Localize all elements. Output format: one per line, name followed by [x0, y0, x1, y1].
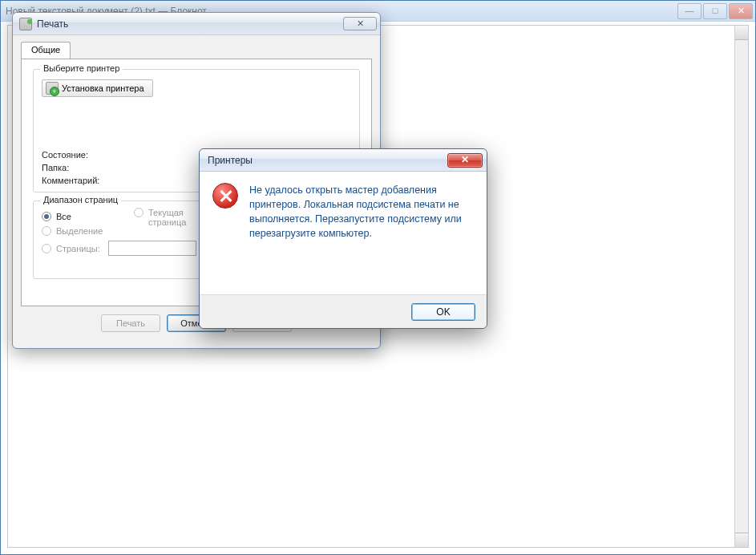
radio-current	[134, 208, 144, 217]
status-label: Состояние:	[42, 150, 99, 160]
print-dialog-title: Печать	[37, 18, 68, 30]
add-printer-icon	[46, 82, 59, 95]
tabstrip: Общие	[21, 42, 372, 59]
select-printer-group-label: Выберите принтер	[40, 63, 123, 73]
error-dialog-footer: OK	[200, 294, 487, 328]
install-printer-item[interactable]: Установка принтера	[42, 79, 153, 97]
range-pages-label: Страницы:	[56, 244, 100, 253]
range-all-label: Все	[56, 212, 71, 221]
install-printer-label: Установка принтера	[62, 83, 144, 93]
error-ok-button[interactable]: OK	[411, 303, 475, 321]
error-dialog: Принтеры ✕ Не удалось открыть мастер доб…	[199, 148, 487, 329]
error-dialog-titlebar: Принтеры ✕	[200, 149, 487, 172]
radio-selection	[42, 226, 51, 236]
error-message: Не удалось открыть мастер добавления при…	[249, 183, 474, 290]
close-button[interactable]: ✕	[729, 3, 753, 19]
range-current-row: Текущая страница	[134, 208, 196, 227]
range-selection-label: Выделение	[56, 226, 103, 236]
radio-pages	[42, 244, 51, 253]
minimize-button[interactable]: —	[677, 3, 701, 19]
comment-label: Комментарий:	[42, 176, 99, 185]
window-controls: — □ ✕	[677, 2, 754, 21]
error-dialog-title: Принтеры	[208, 155, 253, 166]
error-icon	[212, 183, 238, 209]
radio-all[interactable]	[42, 212, 51, 221]
error-dialog-body: Не удалось открыть мастер добавления при…	[200, 172, 487, 294]
print-dialog-close-button[interactable]: ✕	[343, 17, 377, 30]
folder-label: Папка:	[42, 163, 99, 172]
tab-general[interactable]: Общие	[21, 42, 71, 59]
range-current-label: Текущая страница	[148, 208, 196, 227]
pages-input[interactable]	[108, 241, 196, 256]
print-button: Печать	[101, 314, 160, 332]
printer-icon	[19, 18, 32, 30]
maximize-button[interactable]: □	[703, 3, 727, 19]
vertical-scrollbar[interactable]	[734, 26, 748, 547]
page-range-group-label: Диапазон страниц	[40, 195, 121, 205]
error-dialog-close-button[interactable]: ✕	[447, 153, 483, 168]
printer-list[interactable]: Установка принтера	[42, 79, 351, 145]
print-dialog-titlebar: Печать ✕	[13, 13, 380, 35]
